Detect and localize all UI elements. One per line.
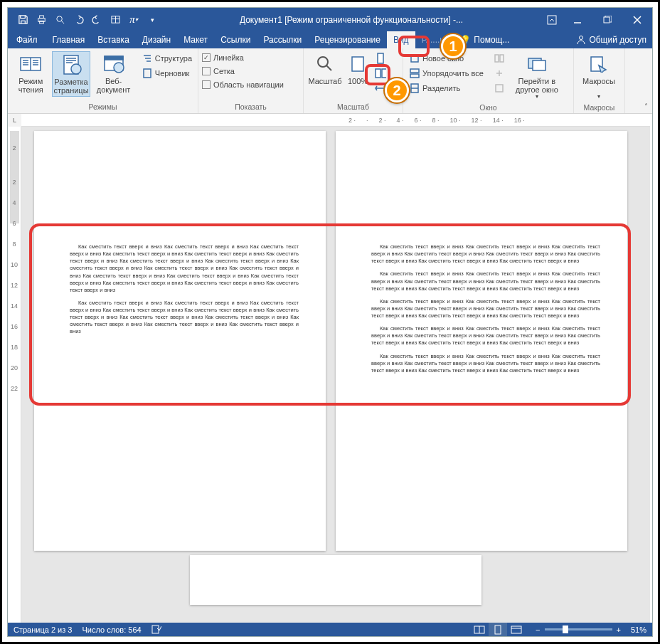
- ribbon-display-options[interactable]: [541, 8, 563, 31]
- status-read-mode[interactable]: [470, 623, 489, 636]
- vertical-ruler[interactable]: 2246810121416182022: [8, 127, 21, 623]
- tab-file[interactable]: Файл: [8, 31, 46, 48]
- zoom-level[interactable]: 51%: [631, 625, 646, 634]
- paragraph[interactable]: Как сместить текст вверх и вниз Как смес…: [371, 325, 600, 347]
- proofing-button[interactable]: [151, 624, 161, 635]
- draft-button[interactable]: Черновик: [139, 66, 194, 80]
- page-2[interactable]: Как сместить текст вверх и вниз Как смес…: [34, 131, 326, 551]
- svg-point-15: [318, 57, 328, 67]
- minimize-button[interactable]: [563, 8, 592, 31]
- page-3-bottom[interactable]: [190, 555, 481, 605]
- print-layout-button[interactable]: Разметка страницы: [52, 51, 91, 97]
- svg-rect-20: [411, 55, 418, 62]
- group-zoom-label: Масштаб: [304, 101, 403, 113]
- qat-customize[interactable]: ▾: [143, 11, 161, 29]
- arrange-all-button[interactable]: Упорядочить все: [407, 66, 486, 80]
- svg-rect-16: [352, 57, 363, 71]
- svg-rect-32: [495, 625, 501, 634]
- outline-button[interactable]: Структура: [139, 51, 194, 65]
- horizontal-ruler[interactable]: 2 · ·2 ·4 ·6 ·8 ·10 ·12 ·14 ·16 ·: [21, 114, 650, 127]
- draft-icon: [142, 68, 153, 79]
- svg-rect-6: [604, 17, 610, 23]
- read-mode-icon: [19, 53, 42, 75]
- reset-pos-button: [491, 81, 507, 95]
- view-side-button: [491, 51, 507, 65]
- svg-rect-21: [410, 69, 419, 73]
- svg-rect-17: [378, 53, 383, 63]
- zoom-slider[interactable]: [545, 628, 612, 630]
- read-mode-button[interactable]: Режим чтения: [11, 51, 50, 95]
- ruler-checkbox[interactable]: ✓Линейка: [202, 51, 284, 64]
- svg-rect-26: [496, 85, 503, 92]
- svg-rect-30: [152, 625, 159, 633]
- switch-window-icon: [526, 53, 548, 75]
- switch-window-button[interactable]: Перейти в другое окно▾: [513, 51, 561, 102]
- paragraph[interactable]: Как сместить текст вверх и вниз Как смес…: [371, 243, 600, 265]
- tab-mailings[interactable]: Рассылки: [257, 31, 308, 48]
- one-page-button[interactable]: [373, 51, 388, 65]
- tab-layout[interactable]: Макет: [177, 31, 214, 48]
- svg-rect-5: [548, 16, 556, 24]
- gridlines-checkbox[interactable]: Сетка: [202, 65, 284, 78]
- save-button[interactable]: [14, 11, 32, 29]
- tab-view[interactable]: Вид: [387, 31, 415, 48]
- ribbon: Режим чтения Разметка страницы Веб-докум…: [8, 48, 652, 114]
- svg-rect-12: [105, 56, 123, 60]
- paragraph[interactable]: Как сместить текст вверх и вниз Как смес…: [70, 300, 299, 336]
- svg-point-7: [580, 36, 583, 40]
- paragraph[interactable]: Как сместить текст вверх и вниз Как смес…: [371, 298, 600, 320]
- tab-design[interactable]: Дизайн: [136, 31, 177, 48]
- status-print-layout[interactable]: [489, 623, 507, 636]
- one-page-icon: [375, 53, 386, 64]
- outline-icon: [142, 53, 153, 64]
- maximize-button[interactable]: [592, 8, 622, 31]
- arrange-all-icon: [409, 68, 420, 79]
- tab-insert[interactable]: Вставка: [91, 31, 136, 48]
- zoom-100-icon: [346, 53, 369, 75]
- page-indicator[interactable]: Страница 2 из 3: [14, 625, 72, 634]
- multi-page-icon: [375, 68, 386, 79]
- svg-point-10: [71, 64, 81, 74]
- zoom-in-button[interactable]: +: [617, 625, 621, 634]
- quick-access-toolbar: π▾ ▾: [8, 11, 161, 29]
- navpane-checkbox[interactable]: Область навигации: [202, 78, 284, 91]
- zoom-button[interactable]: Масштаб: [307, 51, 343, 87]
- ribbon-tabs: Файл Главная Вставка Дизайн Макет Ссылки…: [8, 31, 652, 48]
- group-show-label: Показать: [198, 101, 303, 113]
- paragraph[interactable]: Как сместить текст вверх и вниз Как смес…: [70, 243, 299, 294]
- undo-button[interactable]: [69, 11, 87, 29]
- word-count[interactable]: Число слов: 564: [82, 625, 141, 634]
- close-button[interactable]: [622, 8, 652, 31]
- web-layout-button[interactable]: Веб-документ: [92, 51, 134, 95]
- multi-page-button[interactable]: [373, 66, 388, 80]
- document-title: Документ1 [Режим ограниченной функционал…: [161, 15, 541, 25]
- table-button[interactable]: [106, 11, 124, 29]
- page-3-top[interactable]: Как сместить текст вверх и вниз Как смес…: [336, 131, 627, 551]
- status-web-layout[interactable]: [507, 623, 526, 636]
- paragraph[interactable]: Как сместить текст вверх и вниз Как смес…: [371, 353, 600, 374]
- svg-rect-33: [511, 626, 521, 633]
- zoom-out-button[interactable]: −: [536, 625, 540, 634]
- callout-2: 2: [385, 78, 409, 102]
- tab-review[interactable]: Рецензирование: [308, 31, 387, 48]
- group-modes-label: Режимы: [8, 101, 198, 113]
- collapse-ribbon-button[interactable]: ˄: [639, 48, 652, 113]
- share-button[interactable]: Общий доступ: [570, 31, 652, 48]
- tab-home[interactable]: Главная: [46, 31, 92, 48]
- zoom-100-button[interactable]: 100%: [344, 51, 371, 87]
- group-window-label: Окно: [403, 102, 573, 114]
- ruler-corner[interactable]: L: [8, 114, 21, 127]
- paragraph[interactable]: Как сместить текст вверх и вниз Как смес…: [371, 270, 600, 292]
- svg-point-3: [56, 16, 62, 22]
- print-layout-icon: [60, 53, 82, 76]
- tab-references[interactable]: Ссылки: [214, 31, 257, 48]
- svg-rect-24: [495, 55, 499, 62]
- svg-rect-14: [144, 69, 151, 78]
- equation-button[interactable]: π▾: [124, 11, 143, 29]
- redo-button[interactable]: [87, 11, 106, 29]
- print-button[interactable]: [32, 11, 50, 29]
- document-area[interactable]: Как сместить текст вверх и вниз Как смес…: [21, 127, 650, 623]
- macros-button[interactable]: Макросы▾: [578, 51, 620, 102]
- preview-button[interactable]: [50, 11, 69, 29]
- split-button[interactable]: Разделить: [407, 81, 486, 95]
